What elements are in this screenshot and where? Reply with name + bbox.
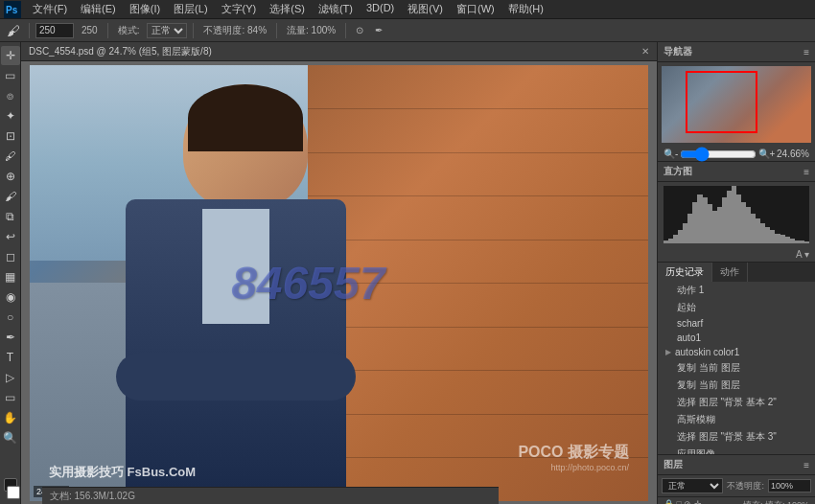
layers-panel: 图层 ≡ 正常 不透明度: 🔒 □ ⊘ ✛ 填充: 填充: 100% 👁▶📁组4… <box>658 455 815 504</box>
histogram-bars <box>664 186 809 243</box>
histogram-panel: 直方图 ≡ A ▾ <box>658 162 815 263</box>
zoom-tool[interactable]: 🔍 <box>1 428 20 447</box>
menu-bar: Ps 文件(F) 编辑(E) 图像(I) 图层(L) 文字(Y) 选择(S) 滤… <box>0 0 815 19</box>
history-item[interactable]: 高斯模糊 <box>658 411 815 428</box>
canvas-tab: DSC_4554.psd @ 24.7% (组5, 图层蒙版/8) ✕ <box>21 42 657 61</box>
airbrush-icon[interactable]: ⊙ <box>352 23 367 37</box>
histogram-graph <box>664 186 809 243</box>
marquee-tool[interactable]: ▭ <box>1 66 20 85</box>
status-bar: 文档: 156.3M/1.02G <box>42 487 499 504</box>
layers-title: 图层 <box>664 458 683 471</box>
doc-info: 文档: 156.3M/1.02G <box>50 490 135 503</box>
magic-wand-tool[interactable]: ✦ <box>1 106 20 126</box>
separator4 <box>276 23 277 38</box>
text-tool[interactable]: T <box>1 348 20 367</box>
lasso-tool[interactable]: ⌾ <box>1 86 20 105</box>
clone-tool[interactable]: ⧉ <box>1 207 20 226</box>
hand-tool[interactable]: ✋ <box>1 408 20 427</box>
zoom-slider[interactable] <box>680 150 757 158</box>
menu-window[interactable]: 窗口(W) <box>451 0 501 18</box>
menu-3d[interactable]: 3D(D) <box>361 0 400 18</box>
history-item[interactable]: 选择 图层 "背景 基本 2" <box>658 394 815 411</box>
history-item[interactable]: scharf <box>658 316 815 331</box>
menu-image[interactable]: 图像(I) <box>124 0 166 18</box>
history-brush-tool[interactable]: ↩ <box>1 227 20 246</box>
options-toolbar: 🖌 250 模式: 正常 不透明度: 84% 流量: 100% ⊙ ✒ <box>0 19 815 42</box>
panel-tabs: 历史记录 动作 <box>658 263 815 282</box>
navigator-title: 导航器 <box>664 45 692 58</box>
poco-url: http://photo.poco.cn/ <box>518 463 629 472</box>
navigator-preview <box>662 66 811 143</box>
separator <box>29 23 30 38</box>
eyedropper-tool[interactable]: 🖋 <box>1 147 20 166</box>
history-item[interactable]: ▶ autoskin color1 <box>658 345 815 359</box>
shape-tool[interactable]: ▭ <box>1 388 20 407</box>
close-tab-btn[interactable]: ✕ <box>641 46 649 57</box>
history-item[interactable]: 应用图像 <box>658 446 815 454</box>
navigator-header[interactable]: 导航器 ≡ <box>658 42 815 62</box>
history-panel: 历史记录 动作 动作 1起始scharfauto1▶ autoskin colo… <box>658 263 815 455</box>
pen-tool[interactable]: ✒ <box>1 328 20 347</box>
histogram-controls: A ▾ <box>658 247 815 262</box>
nav-zoom-row: 🔍- 🔍+ 24.66% <box>658 147 815 161</box>
history-item[interactable]: auto1 <box>658 331 815 345</box>
menu-text[interactable]: 文字(Y) <box>216 0 263 18</box>
fill-label: 填充: 填充: 100% <box>743 499 809 504</box>
histogram-channel[interactable]: A ▾ <box>796 249 809 260</box>
crop-tool[interactable]: ⊡ <box>1 126 20 146</box>
dodge-tool[interactable]: ○ <box>1 308 20 327</box>
blend-mode-select[interactable]: 正常 <box>662 478 723 493</box>
histogram-header[interactable]: 直方图 ≡ <box>658 162 815 182</box>
menu-filter[interactable]: 滤镜(T) <box>313 0 359 18</box>
poco-text: POCO 摄影专题 <box>518 443 629 463</box>
navigator-menu-icon[interactable]: ≡ <box>803 47 809 57</box>
menu-edit[interactable]: 编辑(E) <box>75 0 122 18</box>
menu-select[interactable]: 选择(S) <box>264 0 311 18</box>
main-canvas[interactable]: 846557 实用摄影技巧 FsBus.CoM POCO 摄影专题 http:/… <box>30 65 648 501</box>
tab-history[interactable]: 历史记录 <box>658 263 712 282</box>
menu-file[interactable]: 文件(F) <box>27 0 73 18</box>
zoom-value: 24.66% <box>777 149 809 159</box>
poco-watermark: POCO 摄影专题 http://photo.poco.cn/ <box>518 443 629 472</box>
fill-row: 🔒 □ ⊘ ✛ 填充: 填充: 100% <box>658 497 815 504</box>
path-tool[interactable]: ▷ <box>1 368 20 387</box>
history-item[interactable]: 动作 1 <box>658 282 815 299</box>
zoom-out-icon[interactable]: 🔍- <box>664 149 678 159</box>
layers-header: 图层 ≡ <box>658 455 815 475</box>
heal-tool[interactable]: ⊕ <box>1 167 20 186</box>
menu-help[interactable]: 帮助(H) <box>502 0 549 18</box>
tablet-icon[interactable]: ✒ <box>371 23 386 37</box>
opacity-input[interactable] <box>768 479 811 493</box>
ps-logo-icon: Ps <box>4 1 21 18</box>
background-color[interactable] <box>7 486 20 499</box>
blur-tool[interactable]: ◉ <box>1 287 20 307</box>
svg-text:Ps: Ps <box>6 5 18 15</box>
opacity-label: 不透明度: 84% <box>199 22 270 39</box>
menu-layer[interactable]: 图层(L) <box>168 0 213 18</box>
history-item[interactable]: 复制 当前 图层 <box>658 377 815 394</box>
brush-tool[interactable]: 🖌 <box>1 187 20 206</box>
brush-size-input[interactable] <box>35 23 74 38</box>
tab-actions[interactable]: 动作 <box>712 263 748 282</box>
history-item[interactable]: 复制 当前 图层 <box>658 359 815 377</box>
menu-view[interactable]: 视图(V) <box>402 0 449 18</box>
brush-tool-icon[interactable]: 🖌 <box>4 21 23 40</box>
eraser-tool[interactable]: ◻ <box>1 247 20 266</box>
history-item[interactable]: 起始 <box>658 299 815 316</box>
separator3 <box>193 23 194 38</box>
brush-size-label: 250 <box>78 23 102 37</box>
history-list: 动作 1起始scharfauto1▶ autoskin color1复制 当前 … <box>658 282 815 454</box>
layers-menu-icon[interactable]: ≡ <box>803 460 809 470</box>
left-toolbox: ✛ ▭ ⌾ ✦ ⊡ 🖋 ⊕ 🖌 ⧉ ↩ ◻ ▦ ◉ ○ ✒ T ▷ ▭ ✋ 🔍 <box>0 42 21 504</box>
move-tool[interactable]: ✛ <box>1 46 20 65</box>
history-item[interactable]: 选择 图层 "背景 基本 3" <box>658 428 815 446</box>
gradient-tool[interactable]: ▦ <box>1 267 20 286</box>
menu-items: 文件(F) 编辑(E) 图像(I) 图层(L) 文字(Y) 选择(S) 滤镜(T… <box>27 0 549 18</box>
expand-icon: ▶ <box>665 348 671 356</box>
separator2 <box>107 23 108 38</box>
histogram-menu-icon[interactable]: ≡ <box>803 167 809 177</box>
canvas-content[interactable]: 846557 实用摄影技巧 FsBus.CoM POCO 摄影专题 http:/… <box>21 61 657 504</box>
zoom-in-icon[interactable]: 🔍+ <box>758 149 776 159</box>
right-panels: 导航器 ≡ 🔍- 🔍+ 24.66% 直方图 ≡ <box>657 42 815 504</box>
mode-select[interactable]: 正常 <box>147 23 187 38</box>
